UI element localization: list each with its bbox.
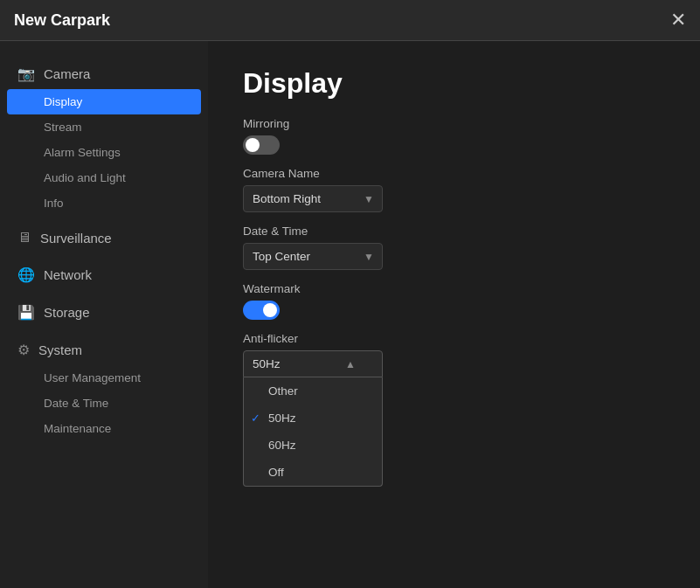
watermark-toggle[interactable]	[243, 301, 280, 320]
sidebar: 📷 Camera Display Stream Alarm Settings A…	[0, 41, 208, 588]
mirroring-knob	[246, 138, 260, 152]
sidebar-section-surveillance: 🖥 Surveillance	[0, 223, 208, 252]
antiflicker-option-60hz-label: 60Hz	[268, 439, 296, 452]
antiflicker-select-box[interactable]: 50Hz ▲	[243, 350, 383, 377]
antiflicker-option-off-label: Off	[268, 466, 284, 479]
sidebar-group-surveillance[interactable]: 🖥 Surveillance	[0, 223, 208, 252]
title-bar: New Carpark ✕	[0, 0, 700, 41]
content-area: Display Mirroring Camera Name Bottom Rig…	[208, 41, 700, 588]
check-icon: ✓	[251, 412, 260, 425]
sidebar-group-camera-label: Camera	[44, 66, 90, 81]
sidebar-group-network[interactable]: 🌐 Network	[0, 259, 208, 290]
sidebar-group-system-label: System	[38, 342, 82, 357]
network-icon: 🌐	[17, 266, 35, 283]
watermark-field: Watermark	[243, 282, 665, 320]
antiflicker-option-other[interactable]: Other	[244, 377, 382, 405]
watermark-label: Watermark	[243, 282, 665, 295]
sidebar-item-user-management[interactable]: User Management	[0, 365, 208, 391]
sidebar-section-storage: 💾 Storage	[0, 297, 208, 328]
close-button[interactable]: ✕	[670, 10, 686, 30]
sidebar-item-stream[interactable]: Stream	[0, 114, 208, 140]
sidebar-group-storage-label: Storage	[44, 305, 90, 320]
sidebar-section-camera: 📷 Camera Display Stream Alarm Settings A…	[0, 59, 208, 216]
antiflicker-option-off[interactable]: Off	[244, 459, 382, 486]
sidebar-item-date-time[interactable]: Date & Time	[0, 391, 208, 416]
antiflicker-label: Anti-flicker	[243, 332, 665, 345]
watermark-knob	[263, 303, 277, 317]
antiflicker-arrow-icon: ▲	[345, 358, 356, 370]
sidebar-section-system: ⚙ System User Management Date & Time Mai…	[0, 335, 208, 441]
date-time-dropdown-wrap: Top Center Top Left Top Right Bottom Lef…	[243, 243, 383, 270]
mirroring-field: Mirroring	[243, 117, 665, 155]
camera-name-select[interactable]: Bottom Right Top Left Top Center Top Rig…	[243, 185, 383, 212]
antiflicker-value: 50Hz	[253, 357, 281, 370]
dialog-title: New Carpark	[14, 11, 110, 30]
antiflicker-dropdown-wrap: 50Hz ▲ Other ✓ 50Hz 60Hz Off	[243, 350, 383, 377]
page-title: Display	[243, 67, 665, 100]
mirroring-toggle[interactable]	[243, 135, 280, 155]
antiflicker-option-50hz[interactable]: ✓ 50Hz	[244, 405, 382, 432]
date-time-label: Date & Time	[243, 225, 665, 238]
camera-icon: 📷	[17, 66, 35, 82]
sidebar-item-maintenance[interactable]: Maintenance	[0, 416, 208, 441]
storage-icon: 💾	[17, 304, 35, 321]
sidebar-group-network-label: Network	[44, 267, 92, 282]
antiflicker-option-60hz[interactable]: 60Hz	[244, 432, 382, 459]
sidebar-item-display[interactable]: Display	[7, 89, 201, 114]
sidebar-item-audio-light[interactable]: Audio and Light	[0, 165, 208, 190]
camera-name-label: Camera Name	[243, 167, 665, 180]
surveillance-icon: 🖥	[17, 230, 31, 246]
sidebar-item-info[interactable]: Info	[0, 190, 208, 216]
antiflicker-option-50hz-label: 50Hz	[268, 412, 296, 425]
antiflicker-option-other-label: Other	[268, 384, 298, 398]
sidebar-group-system[interactable]: ⚙ System	[0, 335, 208, 365]
antiflicker-menu: Other ✓ 50Hz 60Hz Off	[243, 377, 383, 487]
sidebar-group-surveillance-label: Surveillance	[40, 231, 112, 246]
mirroring-label: Mirroring	[243, 117, 665, 130]
sidebar-group-storage[interactable]: 💾 Storage	[0, 297, 208, 328]
camera-name-dropdown-wrap: Bottom Right Top Left Top Center Top Rig…	[243, 185, 383, 212]
sidebar-section-network: 🌐 Network	[0, 259, 208, 290]
date-time-select[interactable]: Top Center Top Left Top Right Bottom Lef…	[243, 243, 383, 270]
sidebar-group-camera: 📷 Camera	[0, 59, 208, 89]
main-layout: 📷 Camera Display Stream Alarm Settings A…	[0, 41, 700, 588]
system-icon: ⚙	[17, 342, 30, 358]
sidebar-item-alarm-settings[interactable]: Alarm Settings	[0, 140, 208, 165]
